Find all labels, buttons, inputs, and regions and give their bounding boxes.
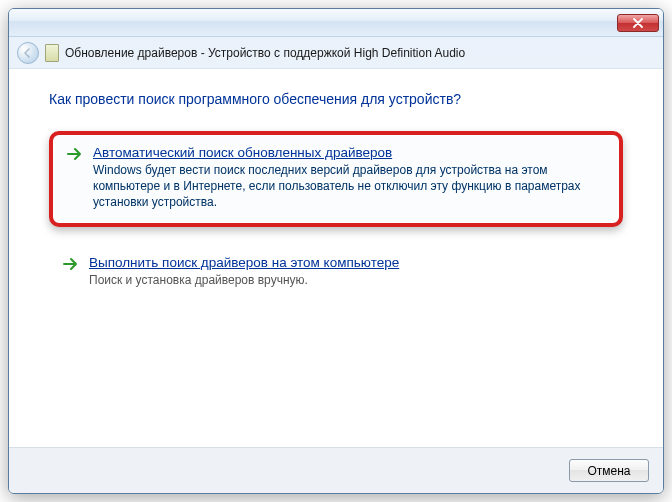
close-icon [633,18,643,28]
option-description: Windows будет вести поиск последних верс… [93,162,605,211]
back-button[interactable] [17,42,39,64]
titlebar [9,9,663,37]
arrow-right-icon [63,257,79,288]
close-button[interactable] [617,14,659,32]
back-arrow-icon [22,47,34,59]
option-body: Автоматический поиск обновленных драйвер… [93,145,605,211]
option-title: Автоматический поиск обновленных драйвер… [93,145,605,160]
header-bar: Обновление драйверов - Устройство с подд… [9,37,663,69]
dialog-window: Обновление драйверов - Устройство с подд… [8,8,664,494]
footer-bar: Отмена [9,447,663,493]
arrow-right-icon [67,147,83,211]
option-description: Поиск и установка драйверов вручную. [89,272,609,288]
device-icon [45,44,59,62]
option-auto-search[interactable]: Автоматический поиск обновленных драйвер… [49,131,623,227]
option-body: Выполнить поиск драйверов на этом компью… [89,255,609,288]
window-title: Обновление драйверов - Устройство с подд… [65,46,465,60]
option-title: Выполнить поиск драйверов на этом компью… [89,255,609,270]
page-question: Как провести поиск программного обеспече… [49,91,623,107]
cancel-button[interactable]: Отмена [569,459,649,482]
option-manual-search[interactable]: Выполнить поиск драйверов на этом компью… [49,245,623,300]
content-area: Как провести поиск программного обеспече… [9,69,663,447]
